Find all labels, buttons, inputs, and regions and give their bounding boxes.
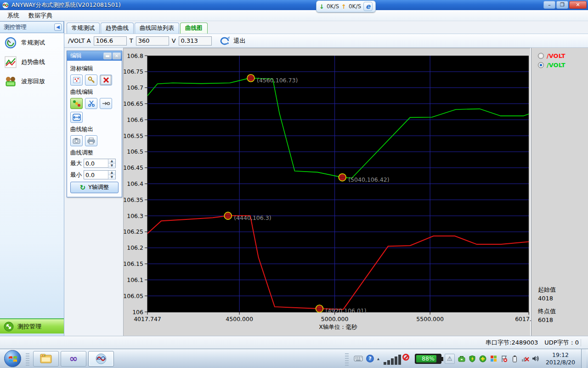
print-button[interactable] (85, 135, 97, 146)
download-speed: 0K/S (327, 3, 339, 10)
svg-text:106.35: 106.35 (124, 196, 143, 203)
toolbox-icon[interactable] (458, 355, 466, 362)
scissors-icon (88, 100, 95, 107)
edit-panel-close-icon[interactable]: ✕ (113, 52, 121, 59)
taskbar: ∞ ? ▴ 88% ⚠ (0, 349, 588, 368)
taskbar-explorer-button[interactable] (33, 351, 59, 367)
time-field[interactable] (136, 36, 169, 46)
radio-icon (538, 53, 544, 59)
net-speed-widget[interactable]: ↓ 0K/S ↑ 0K/S e (316, 0, 376, 12)
channel-radio-red[interactable]: /VOLT (538, 52, 588, 60)
sidebar: 测控管理 ◀ 常规测试 趋势曲线 (0, 21, 64, 336)
cursor-edit-section-label: 游标编辑 (70, 65, 119, 73)
shield-icon[interactable] (469, 355, 476, 362)
chart-svg[interactable]: 106.8106.75106.7106.65106.6106.55106.510… (124, 48, 531, 336)
curve-link-button[interactable] (70, 98, 83, 109)
warning-icon[interactable]: ⚠ (445, 354, 455, 364)
svg-text:106.15: 106.15 (124, 260, 143, 267)
cursor-add-button[interactable] (70, 75, 83, 86)
tab-curve-chart[interactable]: 曲线图 (180, 23, 208, 34)
cursor-points-icon (73, 77, 80, 83)
curve-join-button[interactable] (100, 98, 112, 109)
tray-grip (345, 352, 349, 366)
plus-circle-icon[interactable] (479, 355, 487, 362)
keyboard-icon[interactable] (354, 356, 363, 362)
browser-icon[interactable]: e (363, 2, 373, 11)
v-label: V (172, 37, 176, 44)
y-axis-adjust-button[interactable]: ↻ Y轴调整 (70, 182, 119, 193)
action-center-flag-icon[interactable] (500, 355, 508, 362)
infinity-icon: ∞ (69, 353, 78, 364)
curve-stretch-button[interactable] (70, 112, 83, 123)
svg-text:106.7: 106.7 (127, 84, 143, 91)
menu-system[interactable]: 系统 (4, 11, 23, 21)
resize-arrows-icon (4, 322, 14, 332)
svg-text:106.75: 106.75 (124, 68, 143, 75)
curve-cut-button[interactable] (85, 98, 97, 109)
close-button[interactable]: ✕ (569, 1, 587, 9)
exit-button[interactable]: 退出 (234, 37, 246, 45)
svg-text:5000.000: 5000.000 (321, 316, 349, 322)
svg-text:106: 106 (132, 309, 143, 316)
value-field[interactable] (179, 36, 212, 46)
signal-strength-icon[interactable] (383, 353, 404, 365)
channel-label-red: /VOLT (547, 52, 565, 59)
cursor-delete-button[interactable] (100, 75, 112, 86)
max-field[interactable] (84, 159, 108, 167)
sidebar-item-trend-curve[interactable]: 趋势曲线 (0, 52, 64, 72)
restore-button[interactable]: ❐ (556, 1, 568, 9)
svg-text:106.25: 106.25 (124, 228, 143, 235)
sidebar-collapse-button[interactable]: ◀ (54, 23, 62, 31)
tab-trend-curve[interactable]: 趋势曲线 (101, 23, 134, 34)
sidebar-item-regular-test[interactable]: 常规测试 (0, 33, 64, 52)
help-icon[interactable]: ? (366, 355, 374, 362)
svg-text:6017.747: 6017.747 (515, 316, 531, 322)
battery-outline-icon[interactable] (511, 355, 519, 362)
clock-time: 19:12 (546, 351, 575, 359)
tab-playback-list[interactable]: 曲线回放列表 (135, 23, 179, 34)
tab-regular-test[interactable]: 常规测试 (67, 23, 100, 34)
min-spinner[interactable]: ▲▼ (108, 171, 115, 179)
sidebar-header: 测控管理 ◀ (0, 21, 64, 33)
min-field[interactable] (84, 171, 108, 179)
max-spinner[interactable]: ▲▼ (108, 159, 115, 167)
minimize-button[interactable]: – (543, 1, 555, 9)
network-disconnected-icon[interactable] (521, 355, 529, 362)
exit-swirl-icon[interactable] (219, 36, 231, 46)
sidebar-bottom-button[interactable]: 测控管理 (0, 318, 64, 334)
curve-output-section-label: 曲线输出 (70, 126, 119, 133)
pin-icon[interactable]: ▬ (103, 52, 112, 59)
windows-update-icon[interactable] (490, 355, 498, 362)
svg-text:4500.000: 4500.000 (226, 316, 253, 322)
svg-text:106.05: 106.05 (124, 293, 143, 299)
menu-data-dictionary[interactable]: 数据字典 (25, 11, 56, 21)
svg-text:106.1: 106.1 (127, 276, 143, 283)
title-bar: ANYWAY分布式测控系统(V2012081501) – ❐ ✕ (0, 0, 588, 10)
serial-bytes: 串口字节:2489003 (486, 339, 538, 347)
curve-adjust-section-label: 曲线调整 (70, 149, 119, 157)
cursor-key-button[interactable] (85, 75, 97, 86)
taskbar-clock[interactable]: 19:12 2012/8/20 (546, 351, 575, 366)
chart-toolbar: /VOLT A T V 退出 (64, 34, 588, 48)
show-desktop-button[interactable] (581, 349, 586, 368)
y-axis-adjust-label: Y轴调整 (88, 184, 109, 191)
speaker-icon[interactable] (532, 355, 540, 362)
sidebar-item-waveform-playback[interactable]: 波形回放 (0, 72, 64, 91)
marker-annotation: (4440,106.3) (234, 214, 271, 221)
channel-label: /VOLT A (68, 37, 91, 44)
start-button[interactable] (4, 350, 21, 367)
chart-panel: 106.8106.75106.7106.65106.6106.55106.510… (123, 48, 531, 336)
svg-text:5500.000: 5500.000 (416, 316, 444, 322)
amplitude-field[interactable] (94, 36, 127, 46)
upload-speed: 0K/S (349, 3, 361, 10)
snapshot-button[interactable] (70, 135, 83, 146)
sidebar-item-label: 常规测试 (21, 39, 45, 47)
channel-panel: /VOLT /VOLT 起始值 4018 终点值 6018 (531, 48, 588, 336)
taskbar-visualstudio-button[interactable]: ∞ (61, 351, 86, 367)
taskbar-anyway-button[interactable] (88, 351, 114, 367)
show-hidden-icons-chevron[interactable]: ▴ (377, 356, 379, 361)
desktop: ANYWAY分布式测控系统(V2012081501) – ❐ ✕ ↓ 0K/S … (0, 0, 588, 368)
battery-indicator[interactable]: 88% (415, 354, 441, 364)
edit-panel-titlebar[interactable]: 编辑 ▬ ✕ (67, 51, 122, 61)
channel-radio-green[interactable]: /VOLT (538, 61, 588, 69)
